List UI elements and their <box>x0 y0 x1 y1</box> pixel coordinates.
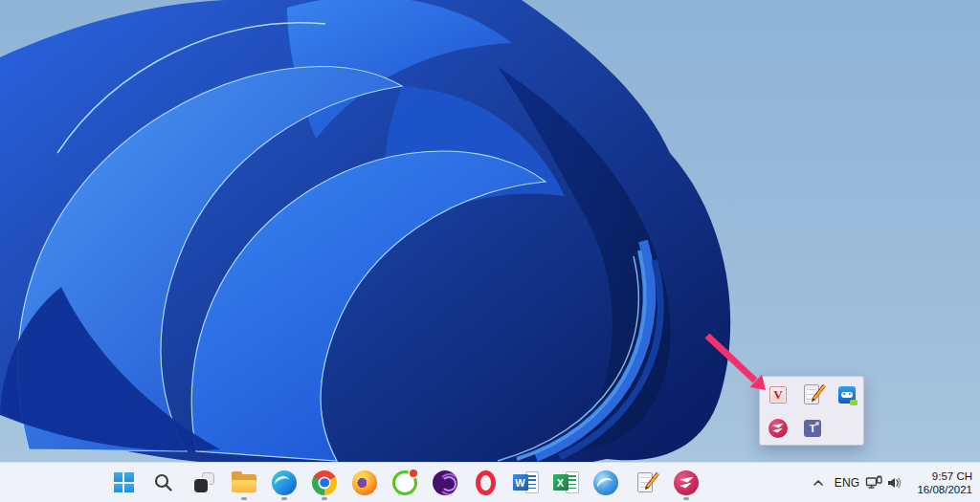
pink-chevron-app-icon <box>768 419 788 438</box>
opera-icon <box>476 470 496 495</box>
tor-browser-button[interactable] <box>427 464 463 502</box>
show-hidden-icons-button[interactable] <box>806 467 831 499</box>
tray-overflow-flyout: V T <box>759 376 864 446</box>
chrome-icon <box>312 470 337 495</box>
running-indicator <box>322 497 327 500</box>
pink-chevron-app-button[interactable] <box>668 464 704 502</box>
taskbar-icon-row: W X <box>105 463 704 502</box>
clock[interactable]: 9:57 CH 16/08/2021 <box>909 469 972 496</box>
volume-button[interactable] <box>884 467 905 499</box>
file-explorer-button[interactable] <box>226 464 262 502</box>
chevron-up-icon <box>811 475 826 491</box>
start-button[interactable] <box>105 464 142 502</box>
network-button[interactable] <box>863 467 884 499</box>
language-indicator[interactable]: ENG <box>831 467 863 499</box>
opera-button[interactable] <box>467 464 503 502</box>
notepad-pencil-icon <box>804 384 822 404</box>
firefox-button[interactable] <box>346 464 383 502</box>
coccoc-icon <box>392 470 417 495</box>
notepad-pencil-icon <box>637 472 656 492</box>
file-explorer-icon <box>232 472 256 492</box>
running-indicator <box>281 497 287 500</box>
task-view-icon <box>194 472 214 492</box>
running-indicator <box>241 497 247 500</box>
thunderbird-button[interactable] <box>588 464 624 502</box>
language-label: ENG <box>835 476 860 490</box>
teamviewer-online-badge <box>850 400 858 405</box>
coccoc-button[interactable] <box>387 464 423 502</box>
search-icon <box>153 472 174 493</box>
thunderbird-icon <box>593 470 618 495</box>
notepad-pencil-button[interactable] <box>628 464 664 502</box>
pink-chevron-app-flyout-icon[interactable] <box>768 418 789 439</box>
pink-chevron-app-icon <box>674 470 699 495</box>
unikey-icon: V <box>769 386 787 404</box>
notepad-pencil-flyout-icon[interactable] <box>802 384 823 405</box>
teamviewer-flyout-icon[interactable] <box>836 384 858 405</box>
teams-flyout-icon[interactable]: T <box>802 418 823 439</box>
search-button[interactable] <box>145 464 182 502</box>
ethernet-network-icon <box>865 474 883 491</box>
firefox-icon <box>352 470 377 495</box>
system-tray: ENG 9:57 CH <box>806 463 980 502</box>
word-icon: W <box>513 471 539 493</box>
tor-browser-icon <box>433 470 457 495</box>
windows-logo-icon <box>114 472 134 492</box>
excel-icon: X <box>553 471 579 493</box>
task-view-button[interactable] <box>186 464 222 502</box>
desktop: V T <box>0 0 980 502</box>
edge-icon <box>272 470 297 495</box>
clock-date: 16/08/2021 <box>917 483 972 496</box>
edge-button[interactable] <box>266 464 302 502</box>
word-button[interactable]: W <box>507 464 544 502</box>
teamviewer-icon <box>838 386 856 404</box>
clock-time: 9:57 CH <box>932 469 972 483</box>
taskbar: W X <box>0 462 980 502</box>
unikey-flyout-icon[interactable]: V <box>768 384 789 405</box>
speaker-icon <box>886 475 903 491</box>
microsoft-teams-icon: T <box>804 420 821 437</box>
excel-button[interactable]: X <box>547 464 584 502</box>
running-indicator <box>683 497 689 500</box>
chrome-button[interactable] <box>306 464 343 502</box>
